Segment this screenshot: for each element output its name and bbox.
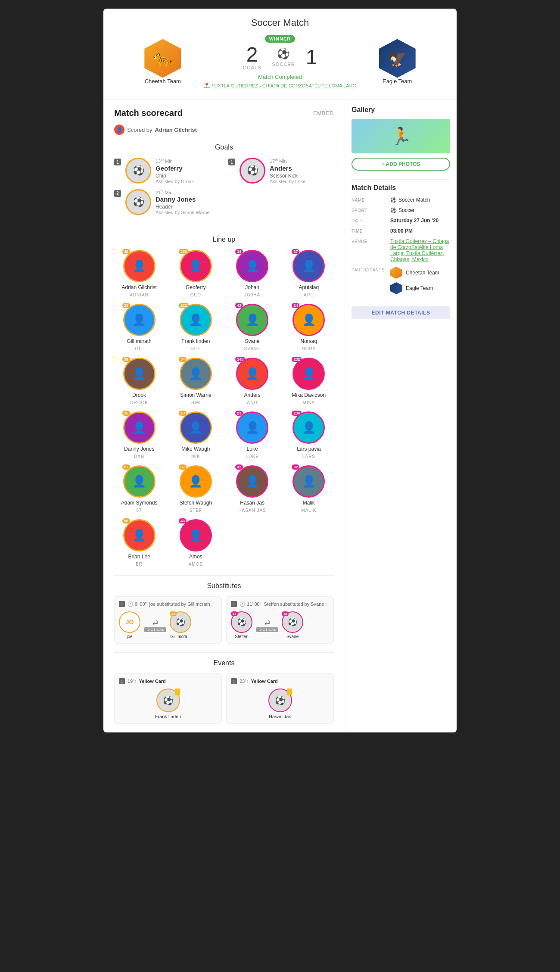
player-code: LARS xyxy=(302,454,315,459)
sub-num-svane: 42 xyxy=(282,611,289,616)
player-code: AND xyxy=(247,400,258,405)
player-number: 56 xyxy=(122,518,130,523)
goal-info-geoferry: 13th Min Geoferry Chip Assisted by Drook xyxy=(156,158,220,184)
scorecard-title: Match scorecard xyxy=(114,108,183,118)
venue-label: VENUE xyxy=(352,238,386,262)
detail-row-participants: PARTICIPANTS Cheetah Team Eagle Team xyxy=(352,267,450,298)
events-row: 1 19' : Yellow Card ⚽ Frank linden xyxy=(114,673,334,724)
name-label: NAME xyxy=(352,197,386,203)
player-avatar: 👤 xyxy=(123,465,156,498)
sub-label-joe: joe xyxy=(127,634,132,639)
player-avatar-wrap: 👤 23 xyxy=(236,411,268,444)
goal-name-anders: Anders xyxy=(270,165,334,172)
player-avatar: 👤 xyxy=(180,465,212,498)
player-code: HASAN JAS xyxy=(238,508,266,513)
participants-list: Cheetah Team Eagle Team xyxy=(390,267,439,298)
player-code: REE xyxy=(191,346,201,351)
time-value: 03:00 PM xyxy=(390,228,450,234)
scorecard-header: Match scorecard EMBED xyxy=(114,108,334,118)
player-card: 👤 23 Gill mcrath GIL xyxy=(114,304,164,351)
edit-match-button[interactable]: EDIT MATCH DETAILS xyxy=(352,306,450,319)
teams-row: 🐆 Cheetah Team WINNER 2 GOALS ⚽ SOCCER 1 xyxy=(116,35,444,88)
player-avatar: 👤 xyxy=(292,250,325,282)
player-number: 27 xyxy=(122,464,130,470)
divider-3 xyxy=(114,652,334,653)
goal-minute-anders: 17th Min xyxy=(270,158,334,164)
goal-type-anders: Scissor Kick xyxy=(270,173,334,179)
sub-player-svane: ⚽ 42 Svane xyxy=(282,611,303,639)
sub-number-1: 1 xyxy=(119,601,125,607)
event-header-2: 1 23' : Yellow Card xyxy=(231,678,329,684)
scored-by: 👤 Scored by Adrian Gilchrist xyxy=(114,125,334,135)
player-card: 👤 67 Stefen Waugh STEF xyxy=(171,465,221,513)
goal-type-danny: Header xyxy=(156,204,220,210)
player-avatar: 👤 xyxy=(236,304,268,336)
venue-info[interactable]: 📍 TUXTLA GUTIERREZ - CHIAPA DE CORZOSATÉ… xyxy=(204,83,356,88)
goal-avatar-anders: ⚽ xyxy=(240,158,265,184)
player-card: 👤 222 Frank linden REE xyxy=(171,304,221,351)
embed-button[interactable]: EMBED xyxy=(313,110,334,116)
player-avatar: 👤 xyxy=(180,358,212,390)
goal-number-1: 1 xyxy=(114,159,121,165)
divider-1 xyxy=(114,229,334,229)
subs-row: 1 🕐 9' 00" joe substituted by Gill mcrat… xyxy=(114,596,334,644)
goal-item: 1 ⚽ 13th Min Geoferry Chip Assisted by D… xyxy=(114,158,220,184)
event-type-1: Yellow Card xyxy=(139,679,165,684)
player-name: Geoferry xyxy=(186,284,206,290)
date-label: DATE xyxy=(352,218,386,224)
soccer-ball-icon: ⚽ xyxy=(277,48,290,60)
player-avatar: 👤 xyxy=(292,411,325,444)
add-photos-button[interactable]: + ADD PHOTOS xyxy=(352,158,450,171)
player-avatar: 👤 xyxy=(180,304,212,336)
venue-value[interactable]: Tuxtla Gutierrez – Chiapa de CorzoSatéli… xyxy=(390,238,450,262)
player-number: 32 xyxy=(235,464,243,470)
pin-icon: 📍 xyxy=(204,83,210,88)
player-name: Stefen Waugh xyxy=(180,500,212,506)
tactical-badge-1: TACTICAL xyxy=(144,627,166,632)
player-avatar-wrap: 👤 34 xyxy=(236,250,268,282)
goal-number-2: 2 xyxy=(114,190,121,197)
player-number: 234 xyxy=(292,411,302,416)
player-avatar-wrap: 👤 56 xyxy=(123,519,156,551)
sub-time-2: 🕐 11' 00" xyxy=(240,601,261,607)
player-avatar: 👤 xyxy=(123,250,156,282)
sub-number-2: 1 xyxy=(231,601,237,607)
player-number: 67 xyxy=(179,464,187,470)
lineup-title: Line up xyxy=(114,236,334,243)
player-avatar-wrap: 👤 43 xyxy=(180,519,212,551)
subs-title: Substitutes xyxy=(114,582,334,590)
goals-left: 1 ⚽ 13th Min Geoferry Chip Assisted by D… xyxy=(114,158,220,220)
detail-row-sport: SPORT ⚽Soccer xyxy=(352,207,450,213)
goal-info-anders: 17th Min Anders Scissor Kick Assisted by… xyxy=(270,158,334,184)
player-avatar: 👤 xyxy=(292,304,325,336)
player-number: 34 xyxy=(235,249,243,254)
player-avatar-wrap: 👤 23 xyxy=(123,304,156,336)
player-code: DROOK xyxy=(130,400,148,405)
player-avatar: 👤 xyxy=(236,250,268,282)
player-avatar: 👤 xyxy=(236,411,268,444)
cheetah-score: 2 xyxy=(246,44,258,65)
player-card: 👤 24 Norsaq NORS xyxy=(284,304,334,351)
player-name: Johan xyxy=(245,284,259,290)
player-avatar-wrap: 👤 34 xyxy=(180,358,212,390)
event-player-hasan: ⚽ Hasan Jas xyxy=(231,688,329,719)
match-details-title: Match Details xyxy=(352,179,450,192)
event-block-2: 1 23' : Yellow Card ⚽ Hasan Jas xyxy=(226,673,334,724)
player-name: Norsaq xyxy=(301,338,317,344)
player-card: 👤 27 Adam Symonds 67 xyxy=(114,465,164,513)
sub-avatar-steffen: ⚽ 34 xyxy=(231,611,252,633)
goal-assist-anders: Assisted by Loke xyxy=(270,179,334,184)
player-number: 67 xyxy=(292,249,299,254)
player-name: Drook xyxy=(132,392,146,398)
player-card: 👤 13 Mike Waugh MIK xyxy=(171,411,221,459)
player-avatar-wrap: 👤 35 xyxy=(123,411,156,444)
player-name: Mike Waugh xyxy=(181,446,210,452)
cheetah-participant-name: Cheetah Team xyxy=(406,270,439,276)
player-avatar-wrap: 👤 48 xyxy=(123,250,156,282)
player-name: Gill mcrath xyxy=(127,338,151,344)
player-avatar: 👤 xyxy=(180,519,212,551)
score-block: WINNER 2 GOALS ⚽ SOCCER 1 Match Complete… xyxy=(204,35,356,88)
player-number: 245 xyxy=(235,357,245,362)
player-avatar: 👤 xyxy=(123,358,156,390)
sub-label-svane: Svane xyxy=(286,634,299,639)
